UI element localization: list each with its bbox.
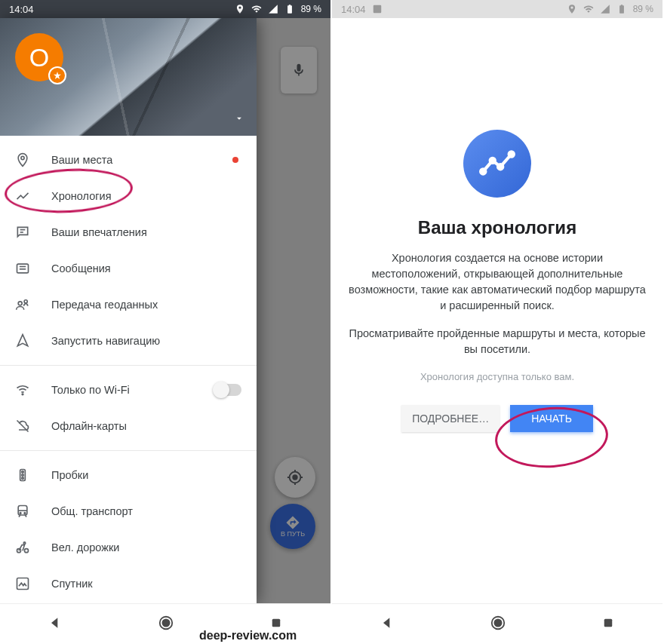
avatar[interactable]: О xyxy=(15,33,63,81)
location-icon xyxy=(235,4,245,14)
menu-label: Спутник xyxy=(51,578,241,590)
svg-point-7 xyxy=(24,300,27,303)
menu-label: Запустить навигацию xyxy=(51,335,241,347)
svg-point-17 xyxy=(24,513,26,514)
home-button[interactable] xyxy=(158,615,174,634)
status-icons: 89 % xyxy=(235,4,321,14)
drawer-menu: Ваши места Хронология Ваши впечатления С… xyxy=(0,136,257,603)
svg-point-21 xyxy=(25,549,29,553)
svg-rect-34 xyxy=(604,618,613,627)
svg-point-0 xyxy=(21,156,24,159)
menu-label: Общ. транспорт xyxy=(51,505,241,517)
svg-point-8 xyxy=(22,394,23,395)
watermark: deep-review.com xyxy=(199,629,297,642)
timeline-description-1: Хронология создается на основе истории м… xyxy=(349,250,646,314)
svg-point-29 xyxy=(490,158,495,163)
start-button[interactable]: НАЧАТЬ xyxy=(510,405,593,432)
back-button[interactable] xyxy=(380,615,395,633)
chevron-down-icon xyxy=(234,113,244,124)
menu-contributions[interactable]: Ваши впечатления xyxy=(0,214,257,250)
avatar-badge xyxy=(48,66,66,84)
svg-point-11 xyxy=(22,471,24,474)
status-bar: 14:04 89 % xyxy=(0,0,330,18)
svg-point-13 xyxy=(22,477,24,480)
wifi-only-toggle[interactable] xyxy=(214,384,241,396)
timeline-privacy-note: Хронология доступна только вам. xyxy=(420,371,574,382)
battery-icon xyxy=(616,4,627,14)
svg-point-33 xyxy=(494,619,501,626)
timeline-icon xyxy=(15,189,30,204)
menu-label: Хронология xyxy=(51,190,241,202)
status-battery: 89 % xyxy=(633,4,653,14)
satellite-icon xyxy=(15,576,30,591)
menu-label: Сообщения xyxy=(51,262,241,274)
svg-point-25 xyxy=(162,619,169,626)
nav-drawer: О Ваши места Хронология xyxy=(0,18,257,603)
menu-transit[interactable]: Общ. транспорт xyxy=(0,493,257,529)
menu-label: Ваши впечатления xyxy=(51,226,241,238)
messages-icon xyxy=(15,261,30,276)
svg-point-6 xyxy=(18,302,22,305)
timeline-title: Ваша хронология xyxy=(418,217,576,238)
share-location-icon xyxy=(15,297,30,312)
pin-icon xyxy=(15,152,30,167)
svg-rect-27 xyxy=(373,5,381,14)
chat-icon xyxy=(15,225,30,240)
menu-messages[interactable]: Сообщения xyxy=(0,250,257,287)
cloud-off-icon xyxy=(15,419,30,434)
battery-icon xyxy=(284,4,295,14)
account-dropdown[interactable] xyxy=(234,113,244,127)
menu-start-navigation[interactable]: Запустить навигацию xyxy=(0,323,257,359)
navigation-icon xyxy=(15,333,30,348)
menu-label: Пробки xyxy=(51,469,241,481)
signal-icon xyxy=(268,4,278,14)
back-button[interactable] xyxy=(48,615,63,633)
drawer-header[interactable]: О xyxy=(0,18,257,136)
wifi-icon xyxy=(251,4,262,14)
status-battery: 89 % xyxy=(301,4,321,14)
menu-timeline[interactable]: Хронология xyxy=(0,178,257,214)
menu-label: Только по Wi-Fi xyxy=(51,384,193,396)
svg-point-30 xyxy=(498,164,503,169)
status-icons: 89 % xyxy=(567,4,653,14)
image-icon xyxy=(372,4,383,14)
transit-icon xyxy=(15,504,30,519)
star-icon xyxy=(53,71,62,80)
menu-label: Передача геоданных xyxy=(51,299,241,311)
status-bar: 14:04 89 % xyxy=(332,0,662,18)
phone-right: 14:04 89 % Ваша хронолог xyxy=(332,0,662,644)
menu-traffic[interactable]: Пробки xyxy=(0,457,257,493)
menu-your-places[interactable]: Ваши места xyxy=(0,142,257,178)
chart-line-icon xyxy=(478,145,516,182)
signal-icon xyxy=(600,4,610,14)
traffic-icon xyxy=(15,468,30,483)
menu-offline-maps[interactable]: Офлайн-карты xyxy=(0,408,257,444)
location-icon xyxy=(567,4,577,14)
menu-label: Вел. дорожки xyxy=(51,541,241,554)
svg-point-28 xyxy=(481,169,485,173)
bike-icon xyxy=(15,540,30,555)
menu-wifi-only[interactable]: Только по Wi-Fi xyxy=(0,372,257,408)
svg-point-12 xyxy=(22,474,24,477)
menu-location-sharing[interactable]: Передача геоданных xyxy=(0,287,257,323)
notification-dot xyxy=(232,157,238,163)
system-nav-bar xyxy=(332,603,662,644)
menu-bike[interactable]: Вел. дорожки xyxy=(0,529,257,566)
menu-satellite[interactable]: Спутник xyxy=(0,566,257,602)
divider xyxy=(0,450,257,451)
menu-label: Офлайн-карты xyxy=(51,420,241,432)
learn-more-button[interactable]: ПОДРОБНЕЕ… xyxy=(401,405,500,432)
wifi-icon xyxy=(15,382,30,397)
status-time: 14:04 xyxy=(341,4,366,15)
svg-rect-26 xyxy=(272,618,281,627)
svg-point-16 xyxy=(20,513,21,514)
home-button[interactable] xyxy=(490,615,506,634)
wifi-icon xyxy=(583,4,594,14)
svg-point-22 xyxy=(23,542,26,544)
timeline-description-2: Просматривайте пройденные маршруты и мес… xyxy=(349,326,646,357)
timeline-hero-icon xyxy=(463,130,531,198)
phone-left: 14:04 89 % В ПУТЬ xyxy=(0,0,330,644)
svg-point-31 xyxy=(509,152,514,156)
status-time: 14:04 xyxy=(9,4,34,15)
overview-button[interactable] xyxy=(601,616,615,633)
